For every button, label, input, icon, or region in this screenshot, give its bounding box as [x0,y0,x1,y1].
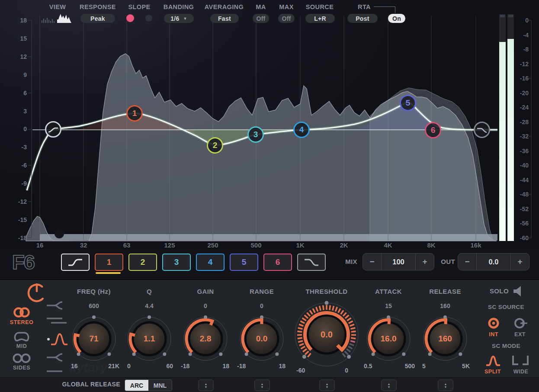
range-knob-label: RANGE [234,288,290,295]
hp-band-button[interactable] [61,254,90,271]
sides-icon[interactable] [12,353,31,364]
down-arrow-icon: ▼ [205,386,208,389]
out-label: OUT [436,258,455,265]
power-button[interactable] [27,283,46,302]
mid-label[interactable]: MID [6,343,37,349]
mix-value[interactable]: 100 [381,254,415,270]
band-node-5[interactable]: 5 [400,95,416,111]
solo-speaker-icon[interactable] [512,285,525,298]
out-value[interactable]: 0.0 [476,254,510,270]
attack-min: 0.5 [364,363,372,370]
band-button-5[interactable]: 5 [230,254,258,271]
arc-option[interactable]: ARC [125,380,148,391]
rta-bracket [374,6,395,13]
mix-decrement-button[interactable]: − [363,254,381,270]
band-node-2[interactable]: 2 [207,137,223,154]
q-min: 0 [127,363,131,370]
band-button-6[interactable]: 6 [263,254,292,271]
freq-tick: 125 [164,241,175,249]
freq-tick: 8K [427,241,435,249]
band-button-3[interactable]: 3 [162,254,191,271]
histogram-view-icon[interactable] [57,13,73,23]
stereo-label[interactable]: STEREO [6,319,37,325]
mix-increment-button[interactable]: + [415,254,434,270]
attack-max: 500 [405,363,415,370]
averaging-label: AVERAGING [202,3,246,10]
sc-split-icon[interactable] [485,354,501,367]
release-link-stepper[interactable]: ▲▼ [438,379,453,391]
source-label: SOURCE [304,3,335,10]
response-toggle[interactable]: Peak [80,14,115,23]
sc-int-icon[interactable] [487,317,500,330]
out-increment-button[interactable]: + [510,254,529,270]
release-top-value: 160 [417,302,473,309]
sc-ext-icon[interactable] [513,317,529,330]
sc-ext-label[interactable]: EXT [511,331,529,337]
f6-plugin-window: 18 15 12 9 6 3 0 -3 -6 -9 -12 -15 -18 0 … [0,0,539,392]
attack-link-stepper[interactable]: ▲▼ [381,379,397,391]
out-stepper: − 0.0 + [458,253,529,270]
rta-position-toggle[interactable]: Post [347,14,378,23]
rta-view-icon[interactable] [41,15,55,23]
gain-link-stepper[interactable]: ▲▼ [198,379,214,391]
range-link-stepper[interactable]: ▲▼ [254,379,270,391]
band-node-1[interactable]: 1 [126,105,143,122]
eq-graph[interactable] [0,0,539,260]
band-button-2[interactable]: 2 [128,254,157,271]
ma-toggle[interactable]: Off [253,14,269,23]
sc-source-label: SC SOURCE [482,304,530,310]
down-arrow-icon: ▼ [261,386,264,389]
q-value: 1.1 [123,313,175,365]
band-button-1[interactable]: 1 [95,254,123,271]
sc-wide-label[interactable]: WIDE [510,369,531,375]
gain-knob-label: GAIN [177,288,234,295]
chevron-down-icon: ▼ [183,16,187,21]
lp-curve-icon [303,258,320,267]
threshold-knob-group: THRESHOLD 0.0 -60 0 [292,283,361,376]
sides-label[interactable]: SIDES [6,365,37,371]
lp-band-button[interactable] [297,254,326,271]
averaging-toggle[interactable]: Fast [210,14,239,23]
hp-curve-icon [67,258,83,267]
range-top-value: 0 [234,302,290,309]
max-toggle[interactable]: Off [278,14,295,23]
range-knob-group: RANGE 0 0.0 -18 18 [234,283,290,376]
out-decrement-button[interactable]: − [458,254,476,270]
range-value: 0.0 [236,313,288,365]
hp-filter-node[interactable] [45,121,61,138]
stereo-icon[interactable] [11,306,32,318]
freq-min: 16 [71,363,78,370]
selected-band-underline [96,272,121,274]
threshold-value: 0.0 [292,300,361,369]
attack-top-value: 15 [360,302,417,309]
sc-wide-icon[interactable] [512,355,529,366]
level-meter-right [507,14,514,241]
slope-inactive-dot[interactable] [145,15,152,22]
threshold-link-stepper[interactable]: ▲▼ [319,379,335,391]
band-node-6[interactable]: 6 [425,122,441,138]
freq-top-value: 600 [66,302,122,309]
range-max: 18 [279,363,286,370]
f6-logo: F6 [12,250,34,274]
mnl-option[interactable]: MNL [148,380,172,391]
banding-dropdown[interactable]: 1/6 ▼ [164,14,194,23]
sc-split-label[interactable]: SPLIT [482,369,504,375]
band-node-4[interactable]: 4 [293,122,310,138]
freq-tick: 250 [207,241,218,249]
attack-knob-label: ATTACK [360,288,417,295]
mid-icon[interactable] [13,331,30,342]
source-toggle[interactable]: L+R [305,14,335,23]
view-label: VIEW [43,3,72,10]
lp-filter-node[interactable] [474,122,490,138]
mix-stepper: − 100 + [363,253,434,270]
sc-int-label[interactable]: INT [485,331,502,337]
rta-on-toggle[interactable]: On [388,14,405,23]
banding-label: BANDING [159,3,198,10]
level-meter-left [499,14,506,241]
band-node-3[interactable]: 3 [247,126,264,143]
solo-label: SOLO [484,287,509,295]
down-arrow-icon: ▼ [388,386,391,389]
band-button-4[interactable]: 4 [196,254,225,271]
slope-active-dot[interactable] [126,14,134,22]
freq-tick: 500 [250,241,261,249]
